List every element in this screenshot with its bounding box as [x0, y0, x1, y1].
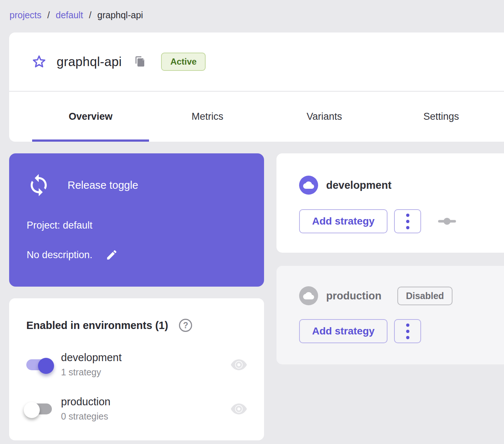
production-toggle[interactable] [26, 403, 52, 414]
breadcrumb-default[interactable]: default [56, 10, 83, 20]
page-title: graphql-api [57, 54, 122, 69]
environment-row-production: production 0 strategies [26, 396, 248, 422]
environment-name: development [61, 352, 122, 364]
feature-title-row: graphql-api Active [9, 32, 504, 91]
development-strategy-card: development Add strategy [276, 153, 504, 253]
environment-card-name: development [326, 179, 392, 191]
enabled-environments-panel: Enabled in environments (1) ? developmen… [9, 298, 264, 440]
more-options-button[interactable] [394, 209, 421, 233]
environment-labels: production 0 strategies [61, 396, 110, 422]
toggle-type-label: Release toggle [68, 179, 138, 191]
kebab-dot [406, 226, 409, 229]
environment-row-development: development 1 strategy [26, 352, 248, 378]
toggle-project-label: Project: default [27, 220, 247, 231]
development-toggle[interactable] [26, 359, 52, 370]
environment-labels: development 1 strategy [61, 352, 122, 378]
environment-name: production [61, 396, 110, 408]
panel-title: Enabled in environments (1) [26, 319, 168, 332]
breadcrumb-current: graphql-api [98, 10, 143, 20]
main-content: Release toggle Project: default No descr… [9, 153, 504, 440]
environment-strategy-count: 0 strategies [61, 411, 110, 422]
toggle-knob [38, 358, 54, 374]
active-tab-indicator [32, 139, 149, 142]
sync-icon [27, 173, 51, 197]
tab-bar: Overview Metrics Variants Settings [9, 92, 504, 142]
production-strategy-card: production Disabled Add strategy [276, 266, 504, 364]
release-toggle-card: Release toggle Project: default No descr… [9, 153, 264, 287]
toggle-description-label: No description. [27, 249, 92, 261]
card-header: development [299, 153, 504, 195]
help-icon[interactable]: ? [179, 319, 192, 332]
card-actions: Add strategy [299, 209, 504, 233]
edit-pencil-icon[interactable] [106, 249, 118, 261]
status-badge: Active [161, 53, 206, 71]
tab-variants[interactable]: Variants [266, 92, 383, 142]
add-strategy-button[interactable]: Add strategy [299, 209, 387, 233]
favorite-star-icon[interactable] [32, 54, 46, 69]
cloud-icon [299, 176, 318, 195]
eye-icon[interactable] [230, 357, 248, 372]
add-strategy-button[interactable]: Add strategy [299, 319, 387, 343]
environment-card-name: production [326, 290, 381, 302]
kebab-dot [406, 214, 409, 217]
cloud-icon [299, 286, 318, 305]
lifecycle-stage-icon[interactable] [438, 218, 456, 225]
kebab-dot [406, 324, 409, 327]
right-column: development Add strategy [276, 153, 504, 364]
more-options-button[interactable] [394, 319, 421, 343]
card-actions: Add strategy [299, 319, 504, 343]
kebab-dot [406, 336, 409, 339]
tab-settings[interactable]: Settings [383, 92, 500, 142]
toggle-knob [24, 402, 40, 418]
breadcrumb-projects[interactable]: projects [9, 10, 42, 20]
left-column: Release toggle Project: default No descr… [9, 153, 264, 440]
disabled-badge: Disabled [397, 287, 452, 305]
tab-metrics[interactable]: Metrics [149, 92, 266, 142]
panel-header: Enabled in environments (1) ? [26, 298, 248, 332]
kebab-dot [406, 330, 409, 333]
kebab-dot [406, 220, 409, 223]
eye-icon[interactable] [230, 401, 248, 417]
toggle-type-row: Release toggle [27, 153, 247, 197]
tab-overview[interactable]: Overview [32, 92, 149, 142]
toggle-description-row: No description. [27, 249, 247, 261]
card-header: production Disabled [299, 266, 504, 305]
environment-strategy-count: 1 strategy [61, 367, 122, 378]
feature-header-card: graphql-api Active Overview Metrics Vari… [9, 32, 504, 142]
breadcrumb-separator: / [89, 10, 92, 20]
copy-icon[interactable] [134, 56, 146, 68]
breadcrumb-separator: / [47, 10, 50, 20]
breadcrumb: projects / default / graphql-api [0, 0, 504, 20]
